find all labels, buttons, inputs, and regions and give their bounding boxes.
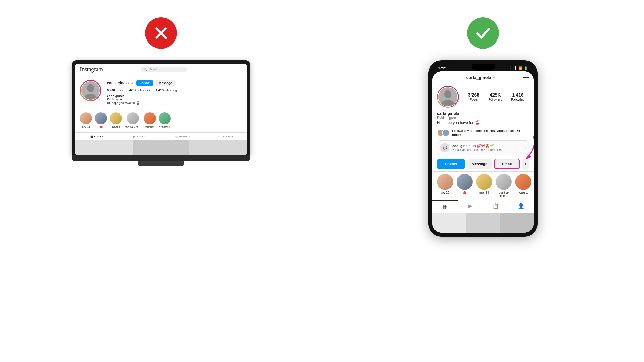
signal-icon: ▎▎▎ (511, 66, 518, 70)
desktop-followers-stat: 425K followers (129, 88, 150, 92)
highlight-label-5: Aspen🌿 (144, 126, 155, 128)
ig-mobile-channel[interactable]: 📢 cool girls club 💕🎀🧸🌱 Broadcast channel… (437, 140, 529, 155)
mobile-avatar-inner (438, 87, 458, 107)
desktop-follow-button[interactable]: Follow (136, 80, 153, 86)
mobile-following-value: 1'416 (512, 93, 523, 98)
tab-reels[interactable]: ▶ REELS (118, 133, 161, 140)
tab-guides[interactable]: 📖 GUIDES (161, 133, 204, 140)
right-side: 17:21 ▎▎▎ 📶 🔋 ‹ carla_ginola ✔ (345, 17, 621, 237)
ig-mobile-ui: ‹ carla_ginola ✔ ••• (432, 71, 534, 233)
mobile-name: carla ginola (437, 111, 529, 116)
highlight-circle-6 (159, 112, 171, 124)
mobile-email-button[interactable]: Email (494, 159, 520, 169)
mobile-highlight-circle-2 (457, 174, 473, 190)
mobile-more-button[interactable]: › (522, 159, 529, 169)
channel-info: cool girls club 💕🎀🧸🌱 Broadcast channel ·… (452, 144, 522, 151)
desktop-category: Public figure (107, 98, 242, 101)
mobile-grid-item-2 (466, 213, 500, 233)
ig-mobile-followed-by: Followed by louisebalips, rosevioletteb … (432, 127, 534, 139)
ig-mobile-tabs: ▦ ▶ 📋 👤 (432, 200, 534, 213)
laptop-stand (138, 161, 184, 166)
search-bar[interactable]: 🔍 Search (141, 67, 187, 72)
desktop-highlight-1[interactable]: pfw 23 (80, 112, 92, 128)
mobile-highlight-circle-4 (496, 174, 512, 190)
mobile-highlight-circle-1 (437, 174, 453, 190)
desktop-highlight-5[interactable]: Aspen🌿 (144, 112, 156, 128)
checkmark-icon (474, 24, 492, 42)
mobile-tab-guides[interactable]: 📋 (483, 200, 508, 213)
ig-desktop-profile-top: carla_ginola ✔ Follow Message (107, 80, 242, 86)
highlight-label-4: positive ene... (125, 126, 141, 128)
mobile-bio: Hii, hope you have fun 🍒 (437, 120, 529, 125)
channel-name: cool girls club 💕🎀🧸🌱 (452, 144, 522, 148)
mobile-category: Public figure (437, 116, 529, 120)
mobile-tab-grid[interactable]: ▦ (432, 200, 458, 213)
desktop-highlight-3[interactable]: miami ll (110, 112, 122, 128)
search-icon: 🔍 (144, 68, 147, 71)
highlight-circle-4 (127, 112, 139, 124)
mobile-posts-stat: 3'268 Posts (468, 93, 479, 101)
mobile-highlight-label-3: miami ll (479, 191, 489, 194)
mobile-highlight-4[interactable]: positive ene... (496, 174, 512, 197)
channel-icon: 📢 (440, 143, 449, 152)
mobile-username: carla_ginola (466, 75, 492, 80)
desktop-highlight-4[interactable]: positive ene... (125, 112, 141, 128)
mobile-grid-item-3 (500, 213, 534, 233)
mobile-highlight-circle-5 (515, 174, 531, 190)
mobile-followers-label: Followers (488, 98, 502, 101)
instagram-logo: Instagram (80, 66, 103, 73)
left-side: Instagram 🔍 Search (23, 17, 299, 166)
channel-sub: Broadcast channel · 9.6K members (452, 148, 522, 151)
mobile-tab-reels[interactable]: ▶ (458, 200, 483, 213)
ig-mobile-actions: Follow Message Email › (432, 157, 534, 171)
desktop-posts-stat: 3,268 posts (107, 88, 123, 92)
desktop-tabs: ▦ POSTS ▶ REELS 📖 GUIDES 🏷 TAGGED (75, 132, 247, 140)
wifi-icon: 📶 (519, 66, 523, 70)
laptop-screen: Instagram 🔍 Search (75, 64, 247, 155)
phone-status-icons: ▎▎▎ 📶 🔋 (511, 66, 528, 70)
x-icon (153, 25, 169, 41)
mobile-tab-tagged[interactable]: 👤 (508, 200, 534, 213)
ig-mobile-highlights: pfw 23 🍎 miami ll positive ene... (432, 171, 534, 200)
mobile-highlight-2[interactable]: 🍎 (457, 174, 473, 197)
mobile-posts-value: 3'268 (468, 93, 479, 98)
laptop-body: Instagram 🔍 Search (72, 60, 250, 155)
ig-mobile-header: ‹ carla_ginola ✔ ••• (432, 71, 534, 84)
tab-tagged[interactable]: 🏷 TAGGED (204, 133, 247, 140)
highlight-circle-5 (144, 112, 156, 124)
tab-posts[interactable]: ▦ POSTS (75, 133, 118, 140)
main-container: Instagram 🔍 Search (0, 0, 644, 362)
follower-avatar-2 (442, 129, 450, 136)
grid-item-2 (133, 140, 190, 155)
desktop-highlights: pfw 23 🔴 miami ll (75, 109, 247, 131)
channel-arrow-icon: › (524, 145, 526, 150)
mobile-avatar (437, 86, 459, 108)
desktop-bio: Hii, hope you have fun 🍒 (107, 101, 242, 105)
mobile-followers-stat: 425K Followers (488, 93, 502, 101)
highlight-label-3: miami ll (112, 126, 120, 128)
svg-point-6 (444, 90, 451, 98)
ig-mobile-profile: 3'268 Posts 425K Followers 1'416 Followi… (432, 84, 534, 111)
mobile-verified-icon: ✔ (492, 75, 496, 80)
mobile-highlight-circle-3 (476, 174, 492, 190)
ig-desktop-profile: carla_ginola ✔ Follow Message 3,268 post… (75, 75, 247, 109)
phone-screen: ‹ carla_ginola ✔ ••• (432, 71, 534, 233)
desktop-highlight-2[interactable]: 🔴 (95, 112, 107, 128)
mobile-highlight-1[interactable]: pfw 23 (437, 174, 453, 197)
desktop-verified-icon: ✔ (131, 81, 134, 85)
mobile-highlight-label-5: Aspe... (519, 191, 528, 194)
desktop-message-button[interactable]: Message (155, 80, 175, 86)
mobile-highlight-label-2: 🍎 (463, 191, 466, 194)
mobile-followers-value: 425K (490, 93, 501, 98)
mobile-message-button[interactable]: Message (467, 159, 492, 169)
mobile-grid-preview (432, 213, 534, 233)
mobile-highlight-5[interactable]: Aspe... (515, 174, 531, 197)
correct-badge (467, 17, 499, 49)
ig-mobile-bio: carla ginola Public figure Hii, hope you… (432, 111, 534, 127)
desktop-highlight-6[interactable]: birthday🎂 (159, 112, 171, 128)
more-options-button[interactable]: ••• (523, 74, 529, 81)
svg-point-3 (87, 84, 94, 92)
mobile-follow-button[interactable]: Follow (437, 159, 465, 169)
back-button[interactable]: ‹ (437, 74, 439, 81)
mobile-highlight-3[interactable]: miami ll (476, 174, 492, 197)
